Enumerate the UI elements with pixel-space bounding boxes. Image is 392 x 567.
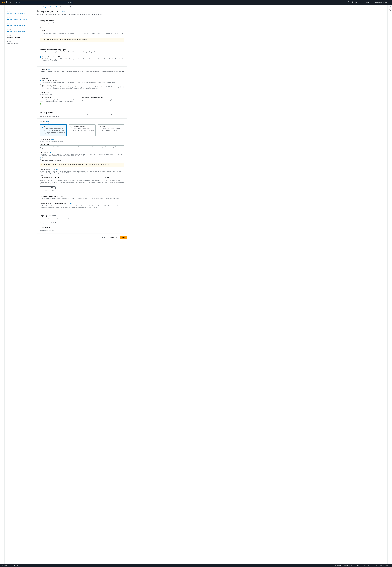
field-desc: Enter at least one callback URL to redir… bbox=[40, 171, 125, 174]
custom-domain-radio[interactable] bbox=[40, 84, 41, 86]
tile-title: Public client bbox=[44, 126, 65, 128]
svg-rect-2 bbox=[7, 1, 7, 2]
warning-alert: ⚠ Your user pool name can't be changed o… bbox=[40, 38, 125, 42]
aws-logo[interactable]: aws bbox=[2, 1, 5, 3]
generate-secret-radio[interactable] bbox=[40, 157, 41, 159]
nav-divider bbox=[363, 1, 363, 3]
terms-link[interactable]: Terms bbox=[373, 565, 377, 566]
svg-rect-8 bbox=[7, 2, 7, 3]
breadcrumb-root[interactable]: Amazon Cognito bbox=[37, 6, 48, 8]
step-3[interactable]: Step 3 Configure sign-up experience bbox=[7, 22, 31, 28]
add-tag-button[interactable]: Add new tag bbox=[40, 226, 52, 229]
step-link[interactable]: Configure sign-in experience bbox=[7, 12, 25, 14]
cancel-button[interactable]: Cancel bbox=[99, 236, 107, 239]
panel-title: Hosted authentication pages bbox=[40, 49, 125, 51]
services-link[interactable]: Services bbox=[8, 1, 13, 3]
privacy-link[interactable]: Privacy bbox=[367, 565, 371, 566]
field-help: User pool names are limited to 128 chara… bbox=[40, 33, 125, 36]
info-link[interactable]: Info bbox=[51, 138, 54, 140]
step-future: Review and create bbox=[7, 42, 31, 44]
services-grid-icon[interactable] bbox=[6, 1, 7, 3]
step-4[interactable]: Step 4 Configure message delivery bbox=[7, 28, 31, 33]
chevron-right-icon: › bbox=[49, 6, 49, 8]
available-text: Available bbox=[42, 103, 47, 105]
step-link[interactable]: Configure message delivery bbox=[7, 30, 25, 32]
search-icon bbox=[15, 1, 17, 3]
svg-line-10 bbox=[16, 2, 17, 3]
search-input[interactable] bbox=[18, 1, 67, 3]
step-label: Step 3 bbox=[7, 23, 31, 24]
caret-down-icon: ▾ bbox=[368, 1, 369, 3]
step-6: Step 6 Review and create bbox=[7, 40, 31, 45]
app-client-name-label: App client name Info bbox=[40, 138, 125, 140]
panel-title: User pool name bbox=[40, 20, 125, 22]
info-link[interactable]: Info bbox=[46, 120, 49, 122]
app-type-tile-confidential[interactable]: Confidential client A server-side applic… bbox=[69, 124, 96, 137]
tags-panel: Tags (0) - optional You can add tags to … bbox=[37, 213, 127, 233]
help-icon[interactable] bbox=[355, 1, 357, 3]
top-nav: aws Services [Option+S] Ohio ▾ manoj.kha… bbox=[0, 0, 392, 5]
panel-title: Initial app client bbox=[40, 111, 125, 114]
callback-urls-label: Allowed callback URLs Info bbox=[40, 169, 125, 170]
cognito-domain-radio[interactable] bbox=[40, 80, 41, 81]
no-secret-radio[interactable] bbox=[40, 159, 41, 161]
radio-label: Use a Cognito domain bbox=[42, 80, 115, 81]
advanced-settings-expander[interactable]: Advanced app client settings We have pop… bbox=[37, 194, 127, 201]
svg-point-9 bbox=[16, 2, 17, 3]
clock-icon[interactable] bbox=[389, 9, 391, 12]
domain-available-status: Available bbox=[40, 103, 125, 105]
step-link[interactable]: Configure sign-up experience bbox=[7, 24, 26, 26]
step-5: Step 5 Integrate your app bbox=[7, 34, 31, 40]
info-link[interactable]: Info bbox=[62, 11, 65, 12]
url-label: URL bbox=[40, 174, 125, 176]
breadcrumb-pools[interactable]: User pools bbox=[50, 6, 57, 8]
cookie-preferences-link[interactable]: Cookie preferences bbox=[379, 565, 390, 566]
info-icon[interactable] bbox=[389, 6, 391, 8]
info-link[interactable]: Info bbox=[47, 69, 50, 70]
attribute-permissions-expander[interactable]: Attribute read and write permissions Inf… bbox=[37, 201, 127, 210]
confidential-client-radio[interactable] bbox=[70, 126, 72, 128]
add-url-button[interactable]: Add another URL bbox=[40, 186, 56, 190]
warning-icon: ⚠ bbox=[41, 39, 42, 41]
domain-suffix: .auth.us-east-2.amazoncognito.com bbox=[82, 96, 104, 98]
cloudshell-link[interactable]: CloudShell bbox=[2, 565, 10, 566]
domain-prefix-input[interactable] bbox=[40, 96, 80, 99]
info-link[interactable]: Info bbox=[49, 152, 51, 153]
step-1[interactable]: Step 1 Configure sign-in experience bbox=[7, 10, 31, 15]
other-client-radio[interactable] bbox=[99, 126, 101, 128]
hosted-ui-checkbox[interactable] bbox=[40, 56, 41, 58]
info-link[interactable]: Info bbox=[56, 169, 58, 170]
step-current: Integrate your app bbox=[7, 36, 31, 38]
caret-right-icon bbox=[40, 203, 40, 204]
checkbox-desc: Build hosted sign-up, sign-in, and OAuth… bbox=[42, 58, 125, 62]
app-client-name-input[interactable] bbox=[40, 142, 125, 146]
warning-alert: ⚠ You cannot change or remove a client s… bbox=[40, 163, 125, 167]
field-desc: Enter a domain prefix. bbox=[40, 94, 125, 95]
public-client-radio[interactable] bbox=[42, 126, 43, 128]
cloudshell-icon[interactable] bbox=[348, 1, 349, 3]
tile-title: Other bbox=[102, 126, 123, 128]
global-search[interactable]: [Option+S] bbox=[14, 1, 73, 4]
account-menu[interactable]: manoj.khatri@tothenew.com bbox=[373, 1, 390, 3]
callback-url-input[interactable] bbox=[40, 176, 101, 179]
search-shortcut-label: [Option+S] bbox=[67, 2, 72, 3]
step-link[interactable]: Configure security requirements bbox=[7, 18, 27, 20]
feedback-link[interactable]: Feedback bbox=[12, 565, 18, 566]
previous-button[interactable]: Previous bbox=[109, 236, 119, 239]
info-link[interactable]: Info bbox=[69, 203, 72, 205]
field-help: Length of callback URL must be between 1… bbox=[40, 180, 125, 185]
user-pool-name-input[interactable] bbox=[40, 29, 125, 32]
svg-rect-1 bbox=[6, 1, 7, 2]
step-label: Step 2 bbox=[7, 17, 31, 18]
step-2[interactable]: Step 2 Configure security requirements bbox=[7, 16, 31, 21]
hamburger-icon[interactable]: ☰ bbox=[1, 6, 3, 564]
tags-empty-text: No tags associated with the resource. bbox=[40, 222, 125, 224]
region-selector[interactable]: Ohio ▾ bbox=[365, 1, 369, 3]
app-type-tile-other[interactable]: Other A custom app. Choose your own gran… bbox=[98, 124, 125, 137]
tile-desc: A native, browser or mobile-device app. … bbox=[44, 128, 65, 135]
next-button[interactable]: Next bbox=[120, 236, 127, 239]
remove-url-button[interactable]: Remove bbox=[103, 176, 112, 179]
notifications-icon[interactable] bbox=[351, 1, 353, 3]
app-type-tile-public[interactable]: Public client A native, browser or mobil… bbox=[40, 124, 67, 137]
settings-icon[interactable] bbox=[359, 1, 361, 3]
